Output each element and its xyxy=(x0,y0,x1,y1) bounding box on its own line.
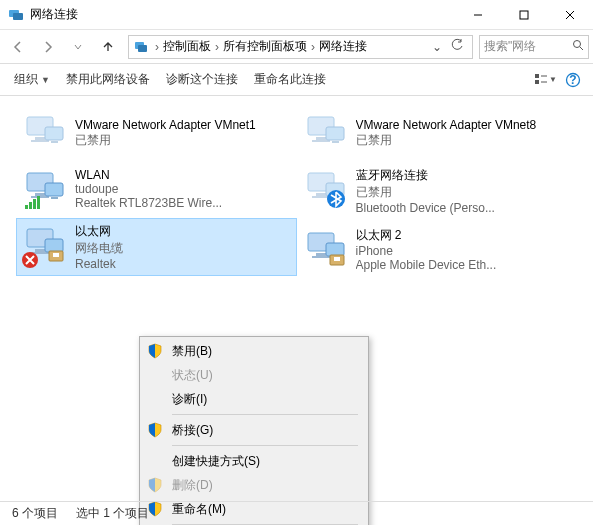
svg-rect-33 xyxy=(45,239,63,252)
adapter-name: VMware Network Adapter VMnet1 xyxy=(75,118,256,132)
menu-bridge[interactable]: 桥接(G) xyxy=(142,418,366,442)
adapter-device: Bluetooth Device (Perso... xyxy=(356,201,495,215)
app-icon xyxy=(8,7,24,23)
status-overlay-icon xyxy=(302,139,320,157)
nav-bar: › 控制面板 › 所有控制面板项 › 网络连接 ⌄ 搜索"网络 xyxy=(0,30,593,64)
adapter-text: 蓝牙网络连接已禁用Bluetooth Device (Perso... xyxy=(356,167,495,215)
svg-rect-10 xyxy=(535,74,539,78)
breadcrumb[interactable]: 网络连接 xyxy=(317,38,369,55)
breadcrumb[interactable]: 所有控制面板项 xyxy=(221,38,309,55)
svg-rect-41 xyxy=(326,127,344,140)
adapter-item[interactable]: VMware Network Adapter VMnet1已禁用 xyxy=(16,106,297,160)
search-icon xyxy=(572,39,584,54)
menu-create-shortcut[interactable]: 创建快捷方式(S) xyxy=(142,449,366,473)
chevron-right-icon: › xyxy=(213,40,221,54)
refresh-button[interactable] xyxy=(446,38,468,55)
organize-button[interactable]: 组织▼ xyxy=(8,67,56,92)
up-button[interactable] xyxy=(94,33,122,61)
forward-button[interactable] xyxy=(34,33,62,61)
adapter-item[interactable]: 以太网 2iPhoneApple Mobile Device Eth... xyxy=(297,222,578,277)
chevron-down-icon: ▼ xyxy=(41,75,50,85)
shield-icon xyxy=(146,421,164,439)
menu-separator xyxy=(172,445,358,446)
adapter-item[interactable]: 蓝牙网络连接已禁用Bluetooth Device (Perso... xyxy=(297,162,578,220)
menu-diagnose[interactable]: 诊断(I) xyxy=(142,387,366,411)
adapter-text: VMware Network Adapter VMnet1已禁用 xyxy=(75,111,256,155)
adapter-text: 以太网 2iPhoneApple Mobile Device Eth... xyxy=(356,227,497,272)
shield-icon xyxy=(146,476,164,494)
svg-rect-20 xyxy=(51,141,58,143)
svg-rect-24 xyxy=(45,183,63,196)
status-overlay-icon xyxy=(302,195,320,213)
adapter-status: tudoupe xyxy=(75,182,222,196)
status-overlay-icon xyxy=(21,195,39,213)
status-overlay-icon xyxy=(302,255,320,273)
svg-rect-1 xyxy=(13,13,23,20)
svg-rect-3 xyxy=(520,11,528,19)
back-button[interactable] xyxy=(4,33,32,61)
view-options-button[interactable]: ▼ xyxy=(533,68,557,92)
network-adapter-icon xyxy=(23,223,67,267)
adapter-text: VMware Network Adapter VMnet8已禁用 xyxy=(356,111,537,155)
adapter-device: Realtek xyxy=(75,257,123,271)
window-title: 网络连接 xyxy=(30,6,455,23)
adapter-item[interactable]: VMware Network Adapter VMnet8已禁用 xyxy=(297,106,578,160)
adapter-status: 已禁用 xyxy=(356,132,537,149)
adapter-status: 已禁用 xyxy=(356,184,495,201)
shield-icon xyxy=(146,342,164,360)
svg-point-8 xyxy=(574,41,581,48)
svg-line-9 xyxy=(580,47,583,50)
title-bar: 网络连接 xyxy=(0,0,593,30)
location-icon xyxy=(133,39,149,55)
rename-button[interactable]: 重命名此连接 xyxy=(248,67,332,92)
address-dropdown[interactable]: ⌄ xyxy=(428,40,446,54)
adapter-status: 网络电缆 xyxy=(75,240,123,257)
maximize-button[interactable] xyxy=(501,0,547,30)
search-placeholder: 搜索"网络 xyxy=(484,38,536,55)
svg-rect-36 xyxy=(53,253,59,257)
svg-rect-11 xyxy=(535,80,539,84)
help-button[interactable]: ? xyxy=(561,68,585,92)
item-count: 6 个项目 xyxy=(12,505,58,522)
svg-rect-25 xyxy=(51,197,58,199)
svg-rect-19 xyxy=(45,127,63,140)
close-button[interactable] xyxy=(547,0,593,30)
context-menu: 禁用(B) 状态(U) 诊断(I) 桥接(G) 创建快捷方式(S) 删除(D) … xyxy=(139,336,369,525)
breadcrumb[interactable]: 控制面板 xyxy=(161,38,213,55)
adapter-device: Apple Mobile Device Eth... xyxy=(356,258,497,272)
svg-rect-42 xyxy=(332,141,339,143)
disable-device-button[interactable]: 禁用此网络设备 xyxy=(60,67,156,92)
recent-dropdown[interactable] xyxy=(64,33,92,61)
adapter-status: iPhone xyxy=(356,244,497,258)
network-adapter-icon xyxy=(23,167,67,211)
menu-delete: 删除(D) xyxy=(142,473,366,497)
address-bar[interactable]: › 控制面板 › 所有控制面板项 › 网络连接 ⌄ xyxy=(128,35,473,59)
svg-rect-55 xyxy=(334,257,340,261)
content-area: VMware Network Adapter VMnet1已禁用WLANtudo… xyxy=(0,96,593,501)
adapter-name: 以太网 2 xyxy=(356,227,497,244)
adapter-status: 已禁用 xyxy=(75,132,256,149)
adapter-device: Realtek RTL8723BE Wire... xyxy=(75,196,222,210)
chevron-right-icon: › xyxy=(153,40,161,54)
command-bar: 组织▼ 禁用此网络设备 诊断这个连接 重命名此连接 ▼ ? xyxy=(0,64,593,96)
adapter-item[interactable]: 以太网网络电缆Realtek xyxy=(16,218,297,276)
network-adapter-icon xyxy=(304,167,348,211)
svg-rect-7 xyxy=(138,45,147,52)
network-adapter-icon xyxy=(304,111,348,155)
svg-text:?: ? xyxy=(569,73,576,87)
menu-separator xyxy=(172,414,358,415)
adapter-text: WLANtudoupeRealtek RTL8723BE Wire... xyxy=(75,167,222,211)
adapter-name: 蓝牙网络连接 xyxy=(356,167,495,184)
minimize-button[interactable] xyxy=(455,0,501,30)
menu-disable[interactable]: 禁用(B) xyxy=(142,339,366,363)
search-input[interactable]: 搜索"网络 xyxy=(479,35,589,59)
adapter-name: VMware Network Adapter VMnet8 xyxy=(356,118,537,132)
adapter-name: 以太网 xyxy=(75,223,123,240)
adapter-text: 以太网网络电缆Realtek xyxy=(75,223,123,271)
status-bar: 6 个项目 选中 1 个项目 xyxy=(0,501,593,525)
adapter-item[interactable]: WLANtudoupeRealtek RTL8723BE Wire... xyxy=(16,162,297,216)
menu-status: 状态(U) xyxy=(142,363,366,387)
svg-rect-52 xyxy=(326,243,344,256)
selection-count: 选中 1 个项目 xyxy=(76,505,149,522)
diagnose-button[interactable]: 诊断这个连接 xyxy=(160,67,244,92)
